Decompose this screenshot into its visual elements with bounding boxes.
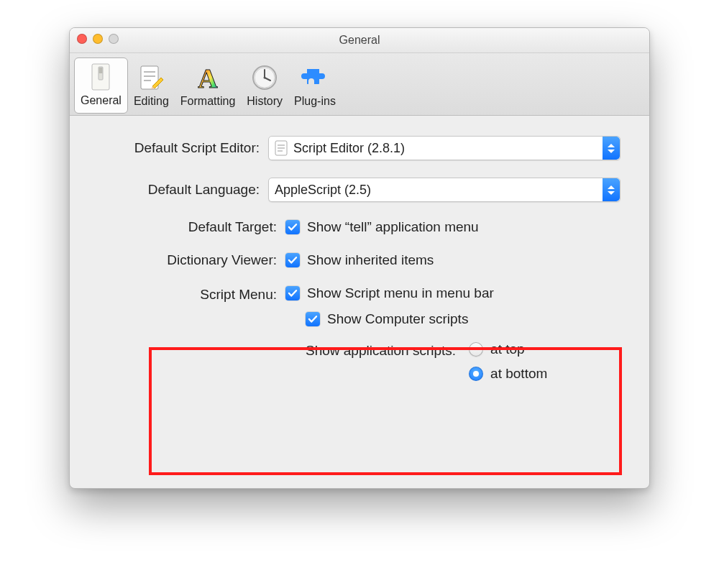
default-language-popup[interactable]: AppleScript (2.5) — [268, 178, 620, 202]
formatting-icon: A — [192, 62, 224, 93]
label-default-language: Default Language: — [91, 182, 268, 198]
default-editor-popup[interactable]: Script Editor (2.8.1) — [268, 136, 620, 160]
history-icon — [249, 62, 280, 93]
tab-label: History — [247, 95, 283, 108]
tab-plugins[interactable]: Plug-ins — [288, 59, 342, 114]
tab-label: Formatting — [180, 95, 235, 108]
row-default-editor: Default Script Editor: Script Editor (2.… — [91, 136, 620, 160]
minimize-button[interactable] — [93, 34, 103, 44]
preferences-window: General General — [69, 27, 650, 489]
annotation-highlight — [149, 347, 622, 475]
label-script-menu: Script Menu: — [91, 285, 285, 303]
tab-label: Editing — [134, 95, 169, 108]
svg-point-14 — [264, 77, 266, 79]
row-default-language: Default Language: AppleScript (2.5) — [91, 178, 620, 202]
show-tell-menu-label: Show “tell” application menu — [307, 219, 479, 235]
plugins-icon — [299, 62, 331, 93]
tab-label: General — [81, 94, 122, 107]
tab-label: Plug-ins — [294, 95, 336, 108]
show-script-menu-label: Show Script menu in menu bar — [307, 285, 494, 301]
svg-text:A: A — [198, 63, 218, 93]
show-tell-menu-checkbox-row: Show “tell” application menu — [285, 219, 620, 235]
default-language-value: AppleScript (2.5) — [275, 183, 371, 198]
script-editor-app-icon — [275, 140, 288, 156]
toolbar: General Editing — [70, 53, 649, 116]
zoom-button[interactable] — [109, 34, 119, 44]
window-controls — [77, 34, 119, 44]
show-tell-menu-checkbox[interactable] — [285, 220, 300, 234]
stepper-arrows-icon — [603, 178, 620, 201]
show-computer-scripts-label: Show Computer scripts — [327, 311, 468, 327]
tab-formatting[interactable]: A Formatting — [175, 59, 241, 114]
label-default-editor: Default Script Editor: — [91, 140, 268, 156]
tab-history[interactable]: History — [241, 59, 288, 114]
window-title: General — [339, 34, 380, 47]
show-computer-scripts-checkbox-row: Show Computer scripts — [306, 311, 620, 327]
default-editor-value: Script Editor (2.8.1) — [293, 141, 405, 156]
show-computer-scripts-checkbox[interactable] — [306, 312, 320, 326]
editing-icon — [135, 62, 167, 93]
show-script-menu-checkbox-row: Show Script menu in menu bar — [285, 285, 620, 301]
tab-editing[interactable]: Editing — [128, 59, 175, 114]
stepper-arrows-icon — [603, 137, 620, 160]
general-icon — [85, 61, 116, 93]
close-button[interactable] — [77, 34, 87, 44]
label-dictionary-viewer: Dictionary Viewer: — [91, 252, 285, 268]
svg-rect-2 — [99, 68, 103, 73]
show-inherited-checkbox[interactable] — [285, 253, 300, 267]
show-inherited-label: Show inherited items — [307, 252, 434, 268]
row-default-target: Default Target: Show “tell” application … — [91, 219, 620, 235]
show-inherited-checkbox-row: Show inherited items — [285, 252, 620, 268]
show-script-menu-checkbox[interactable] — [285, 286, 300, 300]
tab-general[interactable]: General — [74, 58, 128, 114]
titlebar: General — [70, 28, 649, 53]
row-dictionary-viewer: Dictionary Viewer: Show inherited items — [91, 252, 620, 268]
label-default-target: Default Target: — [91, 219, 285, 235]
